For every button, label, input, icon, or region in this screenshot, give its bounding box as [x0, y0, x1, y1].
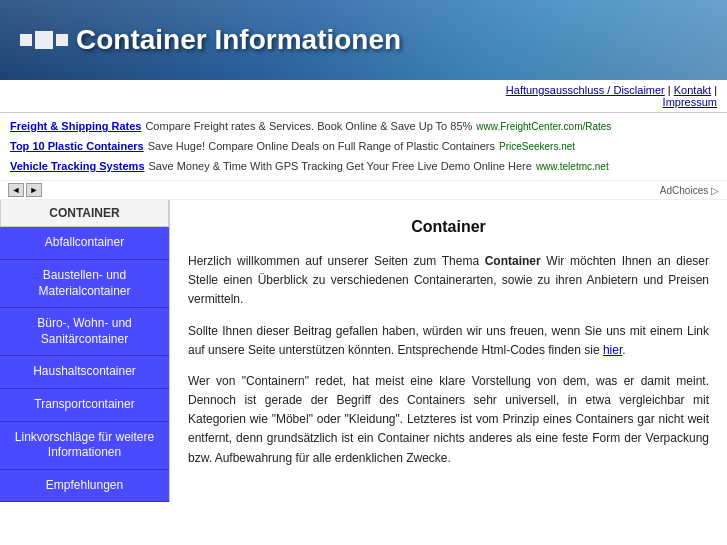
ad-link-1[interactable]: Freight & Shipping Rates: [10, 117, 141, 137]
ad-text-1: Compare Freight rates & Services. Book O…: [145, 117, 472, 137]
arrow-buttons: ◄ ►: [8, 183, 42, 197]
sidebar-item-baustellen[interactable]: Baustellen- und Materialcontainer: [0, 260, 169, 308]
paragraph1-before: Herzlich willkommen auf unserer Seiten z…: [188, 254, 485, 268]
ad-link-3[interactable]: Vehicle Tracking Systems: [10, 157, 145, 177]
impressum-link[interactable]: Impressum: [663, 96, 717, 108]
ad-choices-label: AdChoices ▷: [660, 185, 719, 196]
disclaimer-link[interactable]: Haftungsausschluss / Disclaimer: [506, 84, 665, 96]
logo-icon: [20, 31, 68, 49]
sidebar-item-abfallcontainer[interactable]: Abfallcontainer: [0, 227, 169, 260]
sidebar: CONTAINER Abfallcontainer Baustellen- un…: [0, 200, 170, 502]
sidebar-item-transport[interactable]: Transportcontainer: [0, 389, 169, 422]
main-layout: CONTAINER Abfallcontainer Baustellen- un…: [0, 200, 727, 502]
contact-link[interactable]: Kontakt: [674, 84, 711, 96]
sidebar-header: CONTAINER: [0, 200, 169, 227]
ad-bar: Freight & Shipping Rates Compare Freight…: [0, 113, 727, 181]
ad-text-2: Save Huge! Compare Online Deals on Full …: [148, 137, 495, 157]
content-title: Container: [188, 214, 709, 240]
site-header: Container Informationen: [0, 0, 727, 80]
prev-arrow-button[interactable]: ◄: [8, 183, 24, 197]
paragraph2-after: .: [622, 343, 625, 357]
hier-link[interactable]: hier: [603, 343, 622, 357]
separator: |: [714, 84, 717, 96]
site-title: Container Informationen: [20, 24, 401, 56]
sidebar-item-buero[interactable]: Büro-, Wohn- und Sanitärcontainer: [0, 308, 169, 356]
ad-text-3: Save Money & Time With GPS Tracking Get …: [149, 157, 532, 177]
next-arrow-button[interactable]: ►: [26, 183, 42, 197]
content-paragraph-1: Herzlich willkommen auf unserer Seiten z…: [188, 252, 709, 310]
ad-line-1: Freight & Shipping Rates Compare Freight…: [10, 117, 717, 137]
arrow-nav: ◄ ► AdChoices ▷: [0, 181, 727, 200]
paragraph1-bold: Container: [485, 254, 541, 268]
ad-link-2[interactable]: Top 10 Plastic Containers: [10, 137, 144, 157]
ad-line-3: Vehicle Tracking Systems Save Money & Ti…: [10, 157, 717, 177]
ad-url-3: www.teletmc.net: [536, 158, 609, 176]
sidebar-item-empfehlungen[interactable]: Empfehlungen: [0, 470, 169, 503]
main-content: Container Herzlich willkommen auf unsere…: [170, 200, 727, 502]
ad-line-2: Top 10 Plastic Containers Save Huge! Com…: [10, 137, 717, 157]
content-paragraph-2: Sollte Ihnen dieser Beitrag gefallen hab…: [188, 322, 709, 360]
ad-url-2: PriceSeekers.net: [499, 138, 575, 156]
sidebar-item-links[interactable]: Linkvorschläge für weitere Informationen: [0, 422, 169, 470]
sidebar-item-haushalt[interactable]: Haushaltscontainer: [0, 356, 169, 389]
paragraph2-before: Sollte Ihnen dieser Beitrag gefallen hab…: [188, 324, 709, 357]
navbar: Haftungsausschluss / Disclaimer | Kontak…: [0, 80, 727, 113]
ad-url-1: www.FreightCenter.com/Rates: [476, 118, 611, 136]
content-paragraph-3: Wer von "Containern" redet, hat meist ei…: [188, 372, 709, 468]
